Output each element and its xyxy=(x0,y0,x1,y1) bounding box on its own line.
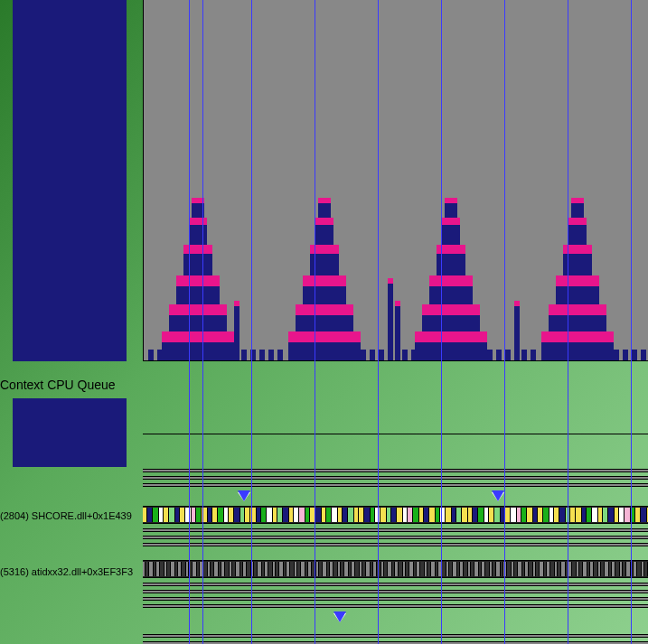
flame-bar-small[interactable] xyxy=(379,350,384,360)
flame-bar[interactable] xyxy=(296,315,353,331)
flame-bar[interactable] xyxy=(303,286,346,304)
segment[interactable] xyxy=(364,508,371,522)
segment[interactable] xyxy=(413,508,419,522)
flame-bar[interactable] xyxy=(445,198,457,203)
segment[interactable] xyxy=(380,508,387,522)
flame-bar-cap[interactable] xyxy=(395,301,400,306)
flame-bar-small[interactable] xyxy=(241,350,247,360)
flame-bar[interactable] xyxy=(563,245,592,254)
thin-track[interactable] xyxy=(143,469,648,472)
flame-bar[interactable] xyxy=(176,286,220,304)
flame-bar-small[interactable] xyxy=(514,306,520,360)
flame-bar[interactable] xyxy=(437,254,465,275)
segment[interactable] xyxy=(462,508,468,522)
segment[interactable] xyxy=(153,508,159,522)
flame-bar[interactable] xyxy=(183,254,212,275)
segment[interactable] xyxy=(348,508,354,522)
flame-bar-small[interactable] xyxy=(268,350,274,360)
flame-bar-small[interactable] xyxy=(496,350,502,360)
flame-bar[interactable] xyxy=(541,331,614,342)
flame-bar-small[interactable] xyxy=(395,306,400,360)
flame-bar[interactable] xyxy=(422,304,480,315)
flame-bar[interactable] xyxy=(556,286,599,304)
flame-bar[interactable] xyxy=(563,254,592,275)
flame-bar-small[interactable] xyxy=(632,350,637,360)
flame-bar[interactable] xyxy=(315,225,333,245)
segment[interactable] xyxy=(250,508,257,522)
flame-bar-small[interactable] xyxy=(487,350,493,360)
thin-track[interactable] xyxy=(143,590,648,593)
thin-track[interactable] xyxy=(143,543,648,546)
segment[interactable] xyxy=(218,508,224,522)
flame-bar[interactable] xyxy=(183,245,212,254)
flame-bar[interactable] xyxy=(318,198,331,203)
flame-bar-small[interactable] xyxy=(411,350,417,360)
flame-bar-small[interactable] xyxy=(521,350,527,360)
flame-bar[interactable] xyxy=(415,331,487,342)
thin-track[interactable] xyxy=(143,597,648,601)
flame-bar[interactable] xyxy=(549,315,606,331)
flame-bar-small[interactable] xyxy=(388,284,393,360)
flame-bar[interactable] xyxy=(556,275,599,286)
flame-bar-small[interactable] xyxy=(641,350,646,360)
flame-bar[interactable] xyxy=(310,254,339,275)
flame-bar-small[interactable] xyxy=(370,350,375,360)
thin-track[interactable] xyxy=(143,483,648,487)
flame-bar[interactable] xyxy=(176,275,220,286)
time-marker-icon[interactable] xyxy=(333,613,346,622)
flame-bar[interactable] xyxy=(296,304,353,315)
segment[interactable] xyxy=(299,508,305,522)
flame-bar-small[interactable] xyxy=(623,350,628,360)
segment[interactable] xyxy=(446,508,452,522)
segment[interactable] xyxy=(202,508,208,522)
flame-bar-cap[interactable] xyxy=(234,301,239,306)
segment[interactable] xyxy=(185,508,192,522)
flame-bar[interactable] xyxy=(169,315,227,331)
segment[interactable] xyxy=(494,508,501,522)
time-marker-icon[interactable] xyxy=(492,492,504,501)
flame-bar-small[interactable] xyxy=(277,350,283,360)
flame-bar[interactable] xyxy=(442,218,460,225)
thin-track[interactable] xyxy=(143,528,648,532)
flame-bar[interactable] xyxy=(415,342,487,360)
flame-bar-small[interactable] xyxy=(234,306,239,360)
flame-chart[interactable] xyxy=(143,0,648,361)
flame-bar[interactable] xyxy=(192,198,204,203)
segment[interactable] xyxy=(267,508,273,522)
flame-bar-small[interactable] xyxy=(361,350,366,360)
segment[interactable] xyxy=(511,508,517,522)
flame-bar-small[interactable] xyxy=(614,350,619,360)
flame-bar-small[interactable] xyxy=(531,350,536,360)
flame-bar-small[interactable] xyxy=(259,350,265,360)
flame-bar-small[interactable] xyxy=(402,350,408,360)
segment[interactable] xyxy=(234,508,240,522)
segment[interactable] xyxy=(478,508,484,522)
flame-bar[interactable] xyxy=(571,203,584,218)
flame-bar[interactable] xyxy=(437,245,465,254)
flame-bar[interactable] xyxy=(315,218,333,225)
thread-track-1[interactable] xyxy=(143,506,648,524)
thin-track[interactable] xyxy=(143,604,648,608)
segment[interactable] xyxy=(429,508,436,522)
flame-bar-small[interactable] xyxy=(250,350,256,360)
thin-track[interactable] xyxy=(143,583,648,586)
segment[interactable] xyxy=(625,508,631,522)
flame-bar[interactable] xyxy=(169,304,227,315)
segment[interactable] xyxy=(576,508,582,522)
flame-bar[interactable] xyxy=(568,218,587,225)
time-marker-icon[interactable] xyxy=(238,492,250,501)
flame-bar[interactable] xyxy=(541,342,614,360)
flame-bar[interactable] xyxy=(429,286,473,304)
flame-bar[interactable] xyxy=(303,275,346,286)
thin-track[interactable] xyxy=(143,476,648,480)
segment[interactable] xyxy=(397,508,403,522)
flame-bar-cap[interactable] xyxy=(388,278,393,284)
segment[interactable] xyxy=(332,508,338,522)
thread-track-2[interactable] xyxy=(143,560,648,578)
flame-bar-small[interactable] xyxy=(505,350,511,360)
flame-bar[interactable] xyxy=(162,331,234,342)
flame-bar[interactable] xyxy=(288,331,361,342)
segment[interactable] xyxy=(641,508,647,522)
flame-bar[interactable] xyxy=(571,198,584,203)
flame-bar[interactable] xyxy=(568,225,587,245)
